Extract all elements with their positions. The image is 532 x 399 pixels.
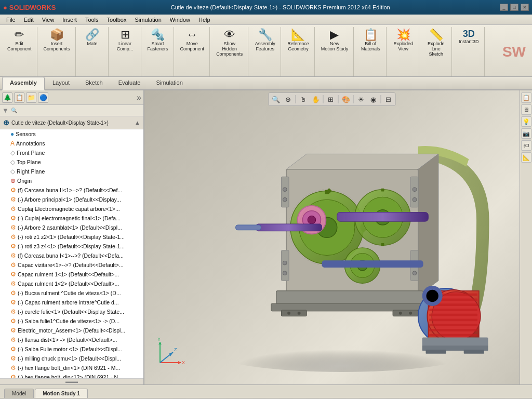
menu-window[interactable]: Window <box>166 16 194 24</box>
tree-item-arbore-principal[interactable]: ⚙ (-) Arbore principal<1> (Default<<Disp… <box>0 195 143 204</box>
tree-item-top-plane[interactable]: ◇ Top Plane <box>0 157 143 167</box>
viewport[interactable]: 🔍 ⊕ 🖱 ✋ ⊞ 🎨 ☀ ◉ ⊟ <box>144 90 520 384</box>
title-bar: ● SOLIDWORKS Cutie de viteze (Default<Di… <box>0 0 532 15</box>
minimize-btn[interactable]: _ <box>500 4 508 11</box>
rotate-btn[interactable]: 🖱 <box>298 94 309 104</box>
tree-item-right-plane[interactable]: ◇ Right Plane <box>0 167 143 176</box>
tree-item-capac-rulment-1[interactable]: ⚙ Capac rulment 1<1> (Default<<Default>.… <box>0 270 143 279</box>
tree-item-bucsa-rulment[interactable]: ⚙ (-) Bucsa rulment ^Cutie de viteza<1> … <box>0 288 143 298</box>
tree-item-saiba-fulie-motor[interactable]: ⚙ (-) Saiba Fulie motor <1> (Default<<Di… <box>0 344 143 354</box>
new-motion-study-btn[interactable]: ▶ NewMotion Study <box>319 28 351 53</box>
menu-insert[interactable]: Insert <box>58 16 81 24</box>
tree-item-roti-z3-z4[interactable]: ⚙ (-) roti z3 z4<1> (Default<<Display St… <box>0 242 143 251</box>
right-strip-btn-5[interactable]: 🏷 <box>521 140 531 151</box>
menu-file[interactable]: File <box>2 16 20 24</box>
tree-item-flansa-dist[interactable]: ⚙ (-) flansa dist<1> -> (Default<<Defaul… <box>0 335 143 344</box>
arbore-principal-label: (-) Arbore principal<1> (Default<<Displa… <box>18 196 121 203</box>
bill-of-materials-btn[interactable]: 📋 Bill ofMaterials <box>358 28 383 53</box>
menu-toolbox[interactable]: Toolbox <box>103 16 131 24</box>
tree-item-origin[interactable]: ⊕ Origin <box>0 176 143 185</box>
tab-layout[interactable]: Layout <box>45 77 77 89</box>
tree-item-cuplaj-electromagnetic-capat[interactable]: ⚙ Cuplaj Electromagnetic capat arbore<1>… <box>0 204 143 214</box>
explode-line-sketch-btn[interactable]: 📏 ExplodeLineSketch <box>423 28 448 58</box>
tree-item-carcasa-buna-ii[interactable]: ⚙ (f) Carcasa buna II<1>-->? (Default<<D… <box>0 185 143 195</box>
show-hidden-group: 👁 ShowHiddenComponents <box>211 27 248 76</box>
tree-item-hex-flange-bolt-1[interactable]: ⚙ (-) hex flange bolt_din<1> (DIN 6921 -… <box>0 363 143 373</box>
lights-btn[interactable]: ☀ <box>355 94 367 104</box>
mate-btn[interactable]: 🔗 Mate <box>80 28 105 48</box>
assembly-features-btn[interactable]: 🔧 AssemblyFeatures <box>252 28 277 53</box>
panel-property-btn[interactable]: 📋 <box>14 92 24 103</box>
bottom-tab-model[interactable]: Model <box>4 389 34 398</box>
section-view-btn[interactable]: ⊟ <box>383 94 394 104</box>
tab-simulation[interactable]: Simulation <box>148 77 190 89</box>
tab-evaluate[interactable]: Evaluate <box>111 77 149 89</box>
tree-item-front-plane[interactable]: ◇ Front Plane <box>0 148 143 157</box>
menu-view[interactable]: View <box>38 16 59 24</box>
move-component-icon: ↔ <box>187 29 198 41</box>
display-style-btn[interactable]: 🎨 <box>340 94 352 104</box>
tree-collapse-arrow[interactable]: ▲ <box>135 119 140 126</box>
tree-item-capac-vizitare[interactable]: ⚙ Capac vizitare<1>-->? (Default<<Defaul… <box>0 260 143 270</box>
show-hidden-btn[interactable]: 👁 ShowHiddenComponents <box>214 28 245 58</box>
tree-item-curele-fulie[interactable]: ⚙ (-) curele fulie<1> (Default<<Display … <box>0 307 143 316</box>
reference-geometry-btn[interactable]: 📐 ReferenceGeometry <box>285 28 311 53</box>
assembly-features-group: 🔧 AssemblyFeatures <box>249 27 281 76</box>
capac-rulment-1-label: Capac rulment 1<1> (Default<<Default>... <box>18 271 119 277</box>
menu-tools[interactable]: Tools <box>81 16 103 24</box>
tree-item-capac-rulment-arbore[interactable]: ⚙ (-) Capac rulment arbore intrare^Cutie… <box>0 298 143 307</box>
panel-config-btn[interactable]: 📁 <box>26 92 36 103</box>
tree-item-annotations[interactable]: A Annotations <box>0 139 143 148</box>
right-strip-btn-1[interactable]: 📋 <box>521 92 531 103</box>
edit-component-btn[interactable]: ✏ EditComponent <box>5 28 34 53</box>
tree-item-saiba-fulie[interactable]: ⚙ (-) Saiba fulie1^Cutie de viteze<1> ->… <box>0 316 143 326</box>
tree-item-electric-motor-assem[interactable]: ⚙ Electric_motor_Assem<1> (Default<<Disp… <box>0 326 143 335</box>
right-strip-btn-6[interactable]: 📐 <box>521 152 531 163</box>
smart-fasteners-btn[interactable]: 🔩 SmartFasteners <box>145 28 170 53</box>
instant3d-icon: 3D <box>463 29 475 38</box>
pan-btn[interactable]: ✋ <box>310 94 322 104</box>
tree-content[interactable]: ● Sensors A Annotations ◇ Front Plane ◇ … <box>0 129 143 378</box>
tree-item-cuplaj-electromagnetic-final[interactable]: ⚙ (-) Cuplaj electromagnetic final<1> (D… <box>0 214 143 223</box>
tree-item-capac-rulment-2[interactable]: ⚙ Capac rulment 1<2> (Default<<Default>.… <box>0 279 143 288</box>
window-controls[interactable]: _ □ ✕ <box>500 4 529 11</box>
panel-tree-btn[interactable]: 🌲 <box>2 92 12 103</box>
right-strip-btn-3[interactable]: 💡 <box>521 116 531 127</box>
close-btn[interactable]: ✕ <box>521 4 529 11</box>
linear-component-btn[interactable]: ⊞ LinearComp... <box>113 28 138 53</box>
smart-fasteners-label: SmartFasteners <box>148 42 168 52</box>
tree-item-milling-chuck-pmu[interactable]: ⚙ (-) milling chuck pmu<1> (Default<<Dis… <box>0 354 143 363</box>
origin-label: Origin <box>17 178 32 184</box>
exploded-view-btn[interactable]: 💥 ExplodedView <box>391 28 416 53</box>
view-options-btn[interactable]: ⊞ <box>325 94 337 104</box>
hex-flange-bolt-1-label: (-) hex flange bolt_din<1> (DIN 6921 - M… <box>18 365 120 371</box>
carcasa-buna-i-icon: ⚙ <box>10 252 16 259</box>
menu-simulation[interactable]: Simulation <box>130 16 165 24</box>
menu-help[interactable]: Help <box>194 16 215 24</box>
tab-assembly[interactable]: Assembly <box>2 77 45 90</box>
tree-item-hex-flange-bolt-12[interactable]: ⚙ (-) hex flange bolt_din<12> (DIN 6921 … <box>0 373 143 378</box>
show-hidden-label: ShowHiddenComponents <box>216 42 243 57</box>
svg-marker-3 <box>418 154 438 296</box>
maximize-btn[interactable]: □ <box>510 4 518 11</box>
panel-display-btn[interactable]: 🔵 <box>38 92 48 103</box>
appearance-btn[interactable]: ◉ <box>368 94 379 104</box>
tree-item-arbore2-asamblat[interactable]: ⚙ (-) Arbore 2 asamblat<1> (Default<<Dis… <box>0 223 143 232</box>
panel-toolbar: 🌲 📋 📁 🔵 » <box>0 90 143 105</box>
tree-item-sensors[interactable]: ● Sensors <box>0 129 143 139</box>
tree-item-carcasa-buna-i[interactable]: ⚙ (f) Carcasa buna I<1>-->? (Default<<De… <box>0 251 143 260</box>
zoom-area-btn[interactable]: ⊕ <box>283 94 294 104</box>
tree-header-icon: ⊕ <box>3 118 9 127</box>
right-strip-btn-2[interactable]: 🖥 <box>521 104 531 115</box>
zoom-in-btn[interactable]: 🔍 <box>270 94 282 104</box>
bottom-tab-motion-study-1[interactable]: Motion Study 1 <box>35 389 88 398</box>
right-strip-btn-4[interactable]: 📷 <box>521 128 531 139</box>
tree-item-roti-z1-z2[interactable]: ⚙ (-) roti z1 z2<1> (Default<<Display St… <box>0 232 143 242</box>
bill-of-materials-group: 📋 Bill ofMaterials <box>355 27 387 76</box>
tab-sketch[interactable]: Sketch <box>77 77 111 89</box>
panel-expand-btn[interactable]: » <box>137 93 141 102</box>
insert-components-btn[interactable]: 📦 InsertComponents <box>42 28 72 53</box>
menu-edit[interactable]: Edit <box>20 16 38 24</box>
move-component-btn[interactable]: ↔ MoveComponent <box>178 28 207 53</box>
instant3d-btn[interactable]: 3D Instant3D <box>456 28 481 46</box>
